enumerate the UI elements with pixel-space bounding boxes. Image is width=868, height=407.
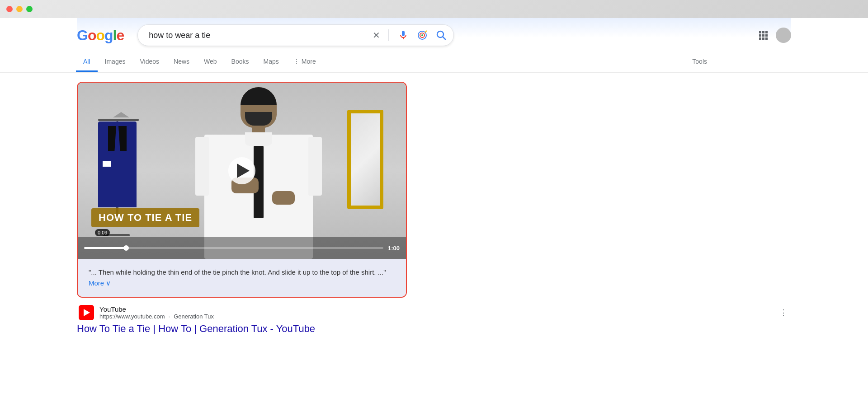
svg-point-3 (421, 34, 423, 36)
close-button[interactable] (6, 6, 13, 12)
search-bar-wrapper: how to wear a tie ✕ (137, 24, 454, 46)
video-title-overlay: HOW TO TIE A TIE (91, 208, 199, 227)
video-result-card: HOW TO TIE A TIE 0:09 1:00 (77, 82, 407, 298)
search-icon (436, 30, 447, 41)
logo-letter-g1: G (77, 27, 88, 43)
mic-icon (398, 30, 409, 41)
google-header: Google how to wear a tie ✕ (0, 18, 868, 73)
beard (245, 112, 272, 126)
mirror (347, 110, 383, 209)
header-right (757, 28, 791, 43)
video-player[interactable]: HOW TO TIE A TIE 0:09 1:00 (78, 83, 406, 259)
tab-images[interactable]: Images (98, 52, 133, 72)
titlebar (0, 0, 868, 18)
main-content: HOW TO TIE A TIE 0:09 1:00 (0, 73, 868, 344)
progress-track[interactable] (84, 247, 383, 249)
svg-rect-14 (765, 37, 768, 40)
logo-letter-g2: g (104, 27, 113, 43)
svg-line-2 (425, 31, 427, 33)
video-thumbnail: HOW TO TIE A TIE 0:09 1:00 (78, 83, 406, 259)
progress-fill (84, 247, 126, 249)
search-tabs: All Images Videos News Web Books Maps ⋮ … (76, 52, 791, 72)
suit-jacket (98, 117, 137, 207)
person-silhouette (195, 87, 322, 259)
svg-rect-10 (762, 34, 764, 37)
lens-icon (417, 30, 428, 41)
youtube-icon (79, 305, 94, 320)
progress-dot (123, 245, 129, 251)
tab-all[interactable]: All (76, 52, 98, 72)
lens-button[interactable] (416, 29, 429, 42)
transcript-text: "... Then while holding the thin end of … (89, 268, 386, 276)
search-icons-group: ✕ (373, 29, 448, 42)
result-title-link[interactable]: How To Tie a Tie | How To | Generation T… (77, 323, 791, 335)
svg-rect-9 (759, 34, 761, 37)
clear-button[interactable]: ✕ (373, 30, 380, 41)
video-progress-bar[interactable]: 0:09 1:00 (78, 237, 406, 259)
result-options-button[interactable]: ⋮ (778, 306, 789, 319)
svg-line-5 (443, 37, 446, 40)
svg-rect-12 (759, 37, 761, 40)
google-page: Google how to wear a tie ✕ (0, 18, 868, 407)
google-top-row: Google how to wear a tie ✕ (77, 18, 791, 51)
source-url-text: https://www.youtube.com (99, 313, 165, 320)
svg-rect-8 (765, 31, 768, 33)
search-divider (388, 29, 389, 41)
source-row: YouTube https://www.youtube.com · Genera… (77, 305, 791, 320)
right-hand (272, 191, 295, 205)
svg-rect-6 (759, 31, 761, 33)
svg-rect-13 (762, 37, 764, 40)
logo-letter-o2: o (96, 27, 104, 43)
source-url: https://www.youtube.com · Generation Tux (99, 313, 772, 320)
google-logo[interactable]: Google (77, 27, 124, 44)
tab-videos[interactable]: Videos (132, 52, 166, 72)
logo-letter-o1: o (88, 27, 96, 43)
head (241, 87, 277, 128)
chevron-down-icon: ∨ (106, 279, 111, 287)
transcript-more-button[interactable]: More ∨ (89, 279, 111, 287)
yt-play-icon (84, 309, 90, 316)
more-dots-icon: ⋮ (293, 58, 300, 65)
maximize-button[interactable] (26, 6, 33, 12)
more-label: More (89, 279, 104, 287)
mic-button[interactable] (397, 29, 410, 42)
shirt-collar (245, 132, 272, 146)
tab-books[interactable]: Books (224, 52, 256, 72)
duration-text: 1:00 (388, 245, 400, 252)
source-info: YouTube https://www.youtube.com · Genera… (99, 305, 772, 320)
dot-separator: · (169, 313, 170, 320)
transcript-snippet: "... Then while holding the thin end of … (78, 259, 406, 297)
search-submit-button[interactable] (435, 29, 448, 42)
right-sleeve (308, 137, 322, 196)
tab-more[interactable]: ⋮ More (286, 52, 323, 72)
left-sleeve (195, 137, 209, 196)
tab-tools[interactable]: Tools (685, 52, 714, 72)
three-dots-icon: ⋮ (779, 308, 788, 317)
suit-pocket-hanky (103, 161, 111, 167)
hair (241, 87, 277, 105)
svg-rect-11 (765, 34, 768, 37)
avatar[interactable] (776, 28, 791, 43)
current-time-badge: 0:09 (95, 229, 110, 236)
grid-icon (758, 30, 769, 41)
more-label: More (302, 58, 316, 65)
play-button[interactable] (228, 157, 255, 184)
tab-web[interactable]: Web (197, 52, 224, 72)
tab-maps[interactable]: Maps (256, 52, 286, 72)
source-name: YouTube (99, 305, 772, 313)
svg-rect-7 (762, 31, 764, 33)
logo-letter-e: e (116, 27, 124, 43)
apps-grid-button[interactable] (757, 29, 769, 42)
source-channel: Generation Tux (174, 313, 214, 320)
play-triangle-icon (237, 164, 250, 178)
minimize-button[interactable] (16, 6, 23, 12)
tab-news[interactable]: News (166, 52, 197, 72)
